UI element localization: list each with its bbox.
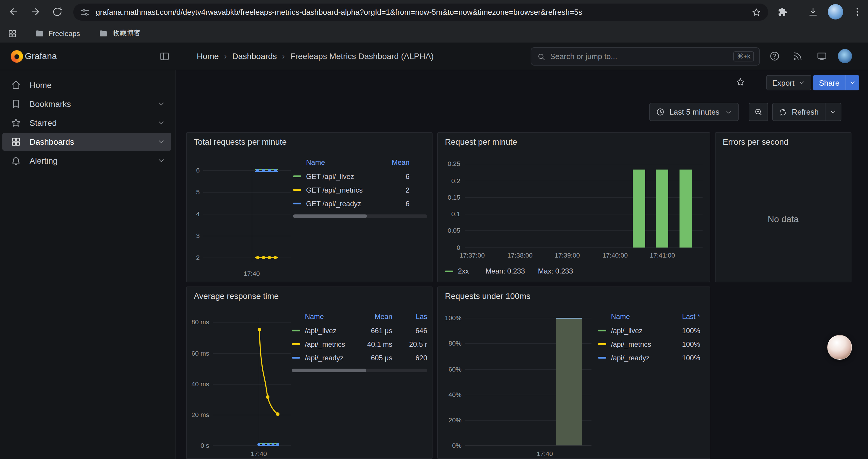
panel-title[interactable]: Request per minute — [445, 137, 517, 146]
series-name[interactable]: /api/_livez — [305, 326, 337, 335]
legend-header-last[interactable]: Las — [416, 313, 427, 321]
legend-scrollbar[interactable] — [292, 369, 427, 372]
legend-row[interactable]: /api/_metrics 100% — [598, 337, 700, 351]
series-name[interactable]: GET /api/_metrics — [306, 186, 363, 194]
scrollbar-thumb[interactable] — [293, 215, 367, 218]
extensions-icon[interactable] — [776, 6, 787, 17]
sidebar-collapse-icon[interactable] — [159, 52, 169, 61]
panel-title[interactable]: Total requests per minute — [194, 137, 286, 146]
bookmark-star-icon[interactable] — [752, 7, 761, 17]
sidebar-item-bookmarks[interactable]: Bookmarks — [2, 95, 172, 113]
series-name[interactable]: GET /api/_livez — [306, 172, 354, 181]
refresh-main[interactable]: Refresh — [773, 107, 825, 117]
site-settings-icon[interactable] — [80, 7, 90, 17]
legend-header-mean[interactable]: Mean — [392, 158, 409, 167]
series-name[interactable]: /api/_livez — [611, 326, 643, 335]
chevron-down-icon — [725, 108, 732, 116]
panel-title[interactable]: Requests under 100ms — [445, 291, 531, 301]
sidebar-item-home[interactable]: Home — [2, 76, 172, 94]
url-bar[interactable]: grafana.mathmast.com/d/deytv4rwavabkb/fr… — [73, 4, 768, 21]
legend-row[interactable]: /api/_metrics 40.1 ms 20.5 r — [292, 337, 427, 351]
y-gridline — [465, 164, 703, 164]
refresh-button[interactable]: Refresh — [772, 103, 841, 121]
bar-2xx[interactable] — [680, 169, 692, 248]
star-icon — [11, 118, 21, 128]
grafana-profile-avatar[interactable] — [838, 49, 852, 63]
export-button[interactable]: Export — [766, 75, 811, 90]
panel-request-per-minute[interactable]: Request per minute 0.25 0.2 0.15 0.1 0.0… — [437, 132, 710, 282]
chevron-down-icon[interactable] — [157, 100, 165, 108]
breadcrumb-home[interactable]: Home — [197, 52, 219, 61]
news-rss-icon[interactable] — [793, 51, 803, 61]
series-last: 20.5 r — [409, 340, 427, 348]
sidebar-item-dashboards[interactable]: Dashboards — [2, 133, 172, 151]
time-range-picker[interactable]: Last 5 minutes — [649, 103, 738, 121]
legend-row[interactable]: GET /api/_livez 6 — [293, 169, 427, 183]
bar-2xx[interactable] — [633, 169, 645, 248]
series-mean-stat: Mean: 0.233 — [486, 267, 525, 275]
legend-row[interactable]: /api/_readyz 605 µs 620 — [292, 351, 427, 364]
share-button[interactable]: Share — [813, 75, 859, 90]
screen: grafana.mathmast.com/d/deytv4rwavabkb/fr… — [0, 0, 868, 459]
y-tick: 6 — [187, 167, 200, 174]
url-text[interactable]: grafana.mathmast.com/d/deytv4rwavabkb/fr… — [96, 8, 752, 17]
chevron-down-icon[interactable] — [157, 138, 165, 146]
series-name[interactable]: /api/_metrics — [305, 340, 345, 348]
panel-total-requests[interactable]: Total requests per minute 6 5 4 3 2 17:4… — [186, 132, 433, 282]
series-name[interactable]: /api/_readyz — [611, 354, 650, 362]
series-mean: 40.1 ms — [367, 340, 392, 348]
legend-row[interactable]: /api/_readyz 100% — [598, 351, 700, 364]
legend-scrollbar[interactable] — [293, 215, 427, 218]
reload-icon[interactable] — [52, 6, 63, 17]
bar-under-100ms[interactable] — [556, 318, 582, 446]
series-name[interactable]: /api/_metrics — [611, 340, 651, 348]
apps-grid-icon[interactable] — [8, 29, 17, 38]
refresh-interval-caret[interactable] — [825, 103, 840, 121]
legend-header-last[interactable]: Last * — [682, 313, 700, 321]
help-icon[interactable] — [769, 51, 780, 61]
breadcrumb-dashboards[interactable]: Dashboards — [232, 52, 277, 61]
breadcrumb-current: Freeleaps Metrics Dashboard (ALPHA) — [290, 52, 434, 61]
legend-header-name[interactable]: Name — [611, 313, 630, 321]
legend-row[interactable]: /api/_livez 100% — [598, 324, 700, 337]
series-name[interactable]: GET /api/_readyz — [306, 199, 361, 208]
series-name[interactable]: 2xx — [458, 267, 469, 275]
chevron-down-icon[interactable] — [157, 119, 165, 127]
favorite-star-icon[interactable] — [736, 77, 745, 87]
y-tick: 3 — [187, 232, 200, 239]
bar-2xx[interactable] — [656, 169, 668, 248]
floating-avatar[interactable] — [827, 335, 852, 360]
legend-row[interactable]: /api/_livez 661 µs 646 — [292, 324, 427, 337]
chevron-down-icon[interactable] — [157, 157, 165, 165]
panel-legend-table: Name Mean Las /api/_livez 661 µs 646 /ap… — [292, 311, 427, 372]
legend-header-name[interactable]: Name — [306, 158, 325, 167]
bookmark-folder-blogs[interactable]: 收藏博客 — [99, 28, 141, 38]
legend-row[interactable]: GET /api/_metrics 2 — [293, 183, 427, 197]
share-label: Share — [813, 78, 845, 87]
zoom-out-button[interactable] — [749, 103, 768, 121]
sidebar-item-alerting[interactable]: Alerting — [2, 152, 172, 169]
browser-menu-icon[interactable] — [852, 6, 858, 17]
share-menu-caret[interactable] — [845, 75, 859, 90]
panel-title[interactable]: Errors per second — [723, 137, 788, 146]
bookmark-folder-freeleaps[interactable]: Freeleaps — [35, 29, 80, 38]
x-tick: 17:37:00 — [459, 252, 485, 259]
panel-errors-per-second[interactable]: Errors per second No data — [715, 132, 851, 282]
legend-header-mean[interactable]: Mean — [375, 313, 392, 321]
panel-requests-under-100ms[interactable]: Requests under 100ms 100% 80% 60% 40% 20… — [437, 287, 710, 459]
search-input[interactable]: Search or jump to... ⌘+k — [531, 47, 760, 66]
series-name[interactable]: /api/_readyz — [305, 354, 344, 362]
grafana-logo-icon[interactable] — [11, 50, 23, 63]
sidebar-item-starred[interactable]: Starred — [2, 114, 172, 132]
legend-row[interactable]: GET /api/_readyz 6 — [293, 197, 427, 210]
display-icon[interactable] — [816, 51, 827, 61]
legend-header-name[interactable]: Name — [305, 313, 324, 321]
panel-title[interactable]: Average response time — [194, 291, 279, 301]
forward-icon[interactable] — [30, 6, 41, 17]
back-icon[interactable] — [8, 6, 19, 17]
browser-profile-avatar[interactable] — [828, 4, 843, 20]
scrollbar-thumb[interactable] — [292, 369, 366, 372]
panel-average-response-time[interactable]: Average response time 80 ms 60 ms 40 ms … — [186, 287, 433, 459]
x-tick: 17:41:00 — [650, 252, 675, 259]
download-icon[interactable] — [808, 6, 818, 17]
